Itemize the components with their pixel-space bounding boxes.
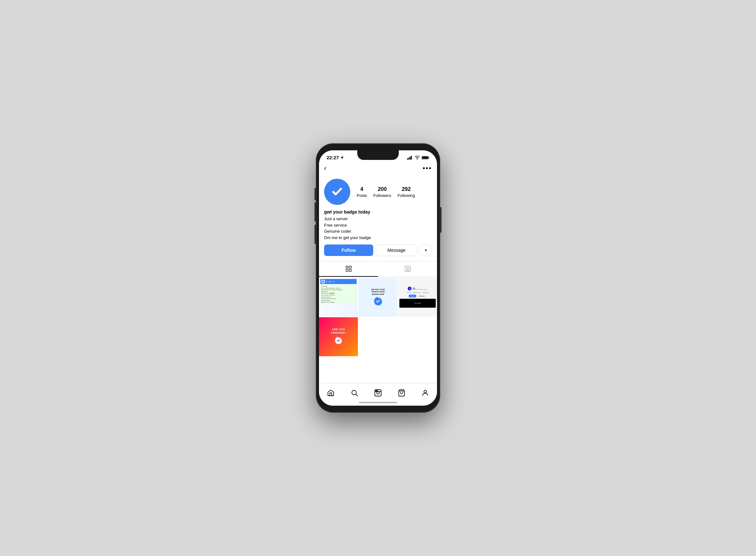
message-button[interactable]: Message [376, 244, 417, 256]
bio-line-4: Dm me to get your badge [324, 235, 432, 241]
posts-count: 4 [361, 186, 363, 193]
bio-line-1: Just a server [324, 216, 432, 222]
svg-rect-10 [349, 269, 351, 271]
avatar [324, 179, 350, 205]
bio-line-2: Free service [324, 222, 432, 229]
profile-top-row: 4 Posts 200 Followers 292 Following [324, 179, 432, 205]
nav-profile[interactable] [419, 386, 431, 399]
notch [357, 150, 399, 160]
phone-screen: 22:27 [319, 150, 437, 406]
posts-label: Posts [356, 193, 367, 198]
svg-rect-6 [422, 157, 428, 159]
svg-rect-9 [346, 269, 348, 271]
post-thumb-4[interactable]: ARE YOUVERIFIED? [319, 317, 358, 356]
back-button[interactable]: ‹ [324, 164, 326, 172]
battery-icon [422, 156, 429, 160]
following-label: Following [398, 193, 415, 198]
home-icon [327, 389, 335, 397]
svg-point-16 [377, 392, 379, 394]
follow-button[interactable]: Follow [324, 244, 373, 256]
nav-reels[interactable] [372, 386, 384, 399]
posts-grid: 25 35.2K 34 Edit profile lost my old acc… [319, 278, 437, 356]
svg-rect-0 [407, 158, 408, 160]
profile-content[interactable]: 4 Posts 200 Followers 292 Following [319, 175, 437, 383]
dropdown-button[interactable]: ▾ [420, 244, 432, 256]
svg-point-21 [424, 390, 426, 393]
profile-bio: gwt your badge today Just a server Free … [324, 209, 432, 241]
time-display: 22:27 [327, 155, 339, 160]
phone-device: 22:27 [316, 143, 440, 413]
location-icon [340, 156, 344, 160]
vol-up-button[interactable] [314, 202, 316, 221]
signal-icon [407, 156, 413, 160]
followers-count: 200 [378, 186, 387, 193]
stats-row: 4 Posts 200 Followers 292 Following [356, 186, 432, 198]
svg-line-14 [356, 394, 358, 396]
post1-bar: 25 35.2K 34 [320, 279, 356, 284]
search-icon [350, 389, 358, 397]
home-indicator [359, 402, 397, 403]
profile-username: gwt your badge today [324, 209, 432, 214]
badge-icon-post4 [335, 337, 342, 344]
badge-icon-post2 [374, 297, 382, 306]
nav-search[interactable] [348, 386, 361, 399]
svg-point-12 [407, 268, 409, 269]
nav-shop[interactable] [395, 386, 408, 399]
svg-point-18 [376, 390, 376, 391]
reels-icon [374, 389, 382, 397]
svg-rect-1 [408, 158, 409, 160]
profile-header: 4 Posts 200 Followers 292 Following [319, 175, 437, 256]
wifi-icon [415, 156, 420, 160]
status-icons [407, 156, 429, 160]
verified-badge-large [324, 179, 350, 205]
nav-home[interactable] [325, 386, 337, 399]
stat-followers[interactable]: 200 Followers [374, 186, 391, 198]
top-nav: ‹ ••• [319, 163, 437, 175]
svg-rect-3 [411, 156, 412, 160]
stat-following[interactable]: 292 Following [398, 186, 415, 198]
stat-posts[interactable]: 4 Posts [356, 186, 367, 198]
followers-label: Followers [374, 193, 391, 198]
bio-line-3: Genuine coder [324, 228, 432, 235]
shop-icon [398, 389, 406, 397]
tab-grid[interactable] [319, 262, 378, 277]
action-buttons: Follow Message ▾ [324, 244, 432, 256]
tab-tagged[interactable] [378, 262, 437, 277]
status-time: 22:27 [327, 155, 344, 160]
more-options-button[interactable]: ••• [423, 164, 432, 172]
svg-rect-11 [405, 266, 410, 272]
profile-icon [421, 389, 429, 397]
grid-icon [345, 265, 352, 272]
content-tabs [319, 261, 437, 277]
svg-rect-8 [349, 266, 351, 268]
svg-rect-5 [428, 157, 429, 158]
svg-point-19 [377, 390, 378, 391]
svg-rect-2 [410, 157, 411, 160]
tagged-icon [404, 265, 411, 272]
vol-down-button[interactable] [314, 225, 316, 244]
power-button[interactable] [440, 207, 442, 233]
mini-badge [322, 280, 325, 283]
svg-rect-7 [346, 266, 348, 268]
following-count: 292 [402, 186, 411, 193]
post-thumb-3[interactable]: d digit Digital Media Production Company… [398, 278, 437, 317]
post-thumb-1[interactable]: 25 35.2K 34 Edit profile lost my old acc… [319, 278, 358, 317]
post-thumb-2[interactable]: DM FOR YOURVERIFICATIONBADGE NOW [358, 278, 398, 317]
